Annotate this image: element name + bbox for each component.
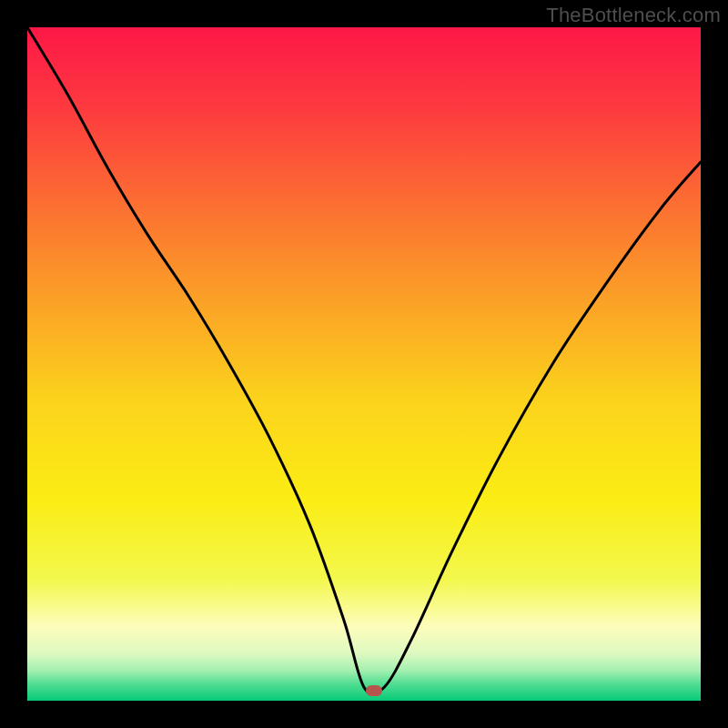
- watermark-text: TheBottleneck.com: [546, 4, 721, 27]
- bottleneck-curve: [27, 27, 701, 701]
- chart-frame: TheBottleneck.com: [0, 0, 728, 728]
- optimal-point-marker: [366, 685, 382, 696]
- plot-area: [27, 27, 701, 701]
